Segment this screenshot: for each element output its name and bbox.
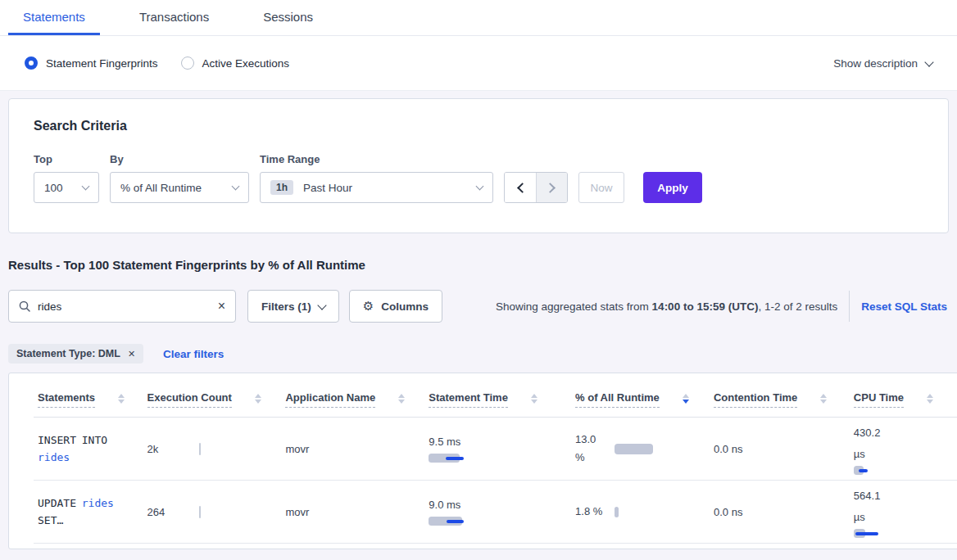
- results-toolbar: × Filters (1) ⚙ Columns Showing aggregat…: [8, 290, 949, 323]
- column-header-pct-of-all-runtime[interactable]: % of All Runtime: [575, 391, 714, 408]
- sql-activity-tabbar: Statements Transactions Sessions: [0, 0, 957, 36]
- execution-count-bar: [199, 506, 201, 518]
- time-range-select[interactable]: 1h Past Hour: [260, 172, 493, 203]
- cpu-time-bar: [854, 529, 957, 538]
- sort-desc-icon[interactable]: [683, 394, 689, 404]
- chevron-down-icon: [924, 57, 933, 66]
- chevron-right-icon: [545, 183, 556, 193]
- runtime-pct-bar: [615, 444, 653, 454]
- statement-time-bar: [429, 517, 575, 526]
- sort-icon[interactable]: [398, 394, 405, 404]
- gear-icon: ⚙: [363, 299, 374, 314]
- statement-link[interactable]: rides: [82, 497, 114, 509]
- by-select[interactable]: % of All Runtime: [110, 172, 249, 203]
- statements-table: Statements Execution Count Application N…: [8, 373, 957, 549]
- next-time-window-button[interactable]: [536, 173, 567, 202]
- statement-time-value: 9.5 ms: [429, 436, 575, 448]
- top-select[interactable]: 100: [34, 172, 99, 203]
- by-select-value: % of All Runtime: [120, 182, 202, 194]
- chevron-down-icon: [82, 183, 90, 191]
- column-header-execution-count[interactable]: Execution Count: [147, 391, 286, 408]
- radio-selected-icon: [25, 56, 38, 70]
- table-header-row: Statements Execution Count Application N…: [34, 373, 957, 418]
- show-description-label: Show description: [833, 57, 918, 70]
- search-criteria-title: Search Criteria: [34, 119, 932, 133]
- table-row[interactable]: INSERT INTO rides 2k movr 9.5 ms 13.0 %: [34, 418, 957, 481]
- search-input[interactable]: [38, 300, 211, 313]
- column-header-statements[interactable]: Statements: [34, 391, 147, 408]
- search-box[interactable]: ×: [8, 290, 236, 323]
- runtime-pct-value: 13.0 %: [575, 431, 606, 467]
- cpu-time-value: 430.2 µs: [854, 422, 895, 465]
- sort-icon[interactable]: [118, 394, 125, 404]
- results-heading: Results - Top 100 Statement Fingerprints…: [8, 258, 957, 272]
- radio-unselected-icon: [181, 56, 194, 70]
- contention-time-value: 0.0 ns: [714, 443, 742, 455]
- statement-time-value: 9.0 ms: [429, 499, 575, 511]
- radio-statement-fingerprints[interactable]: Statement Fingerprints: [25, 56, 158, 70]
- radio-statement-fingerprints-label: Statement Fingerprints: [46, 57, 158, 70]
- chevron-down-icon: [232, 183, 240, 191]
- top-select-value: 100: [44, 182, 63, 194]
- vertical-divider: [849, 291, 850, 322]
- cpu-time-bar: [854, 466, 957, 475]
- chevron-down-icon: [476, 183, 484, 191]
- column-header-statement-time[interactable]: Statement Time: [429, 391, 575, 408]
- clear-search-icon[interactable]: ×: [218, 300, 225, 313]
- time-range-badge: 1h: [270, 180, 293, 195]
- radio-active-executions-label: Active Executions: [202, 57, 290, 70]
- sort-icon[interactable]: [255, 394, 261, 404]
- column-header-contention-time[interactable]: Contention Time: [714, 391, 854, 408]
- previous-time-window-button[interactable]: [505, 173, 536, 202]
- search-icon: [19, 300, 30, 312]
- filter-chip-statement-type[interactable]: Statement Type: DML ✕: [8, 344, 143, 364]
- sort-icon[interactable]: [820, 394, 827, 404]
- application-name-value: movr: [285, 443, 309, 455]
- runtime-pct-value: 1.8 %: [575, 503, 606, 521]
- execution-count-value: 264: [147, 506, 199, 518]
- statement-fingerprint: INSERT INTO rides: [38, 431, 136, 466]
- sort-icon[interactable]: [927, 394, 933, 404]
- filter-chip-label: Statement Type: DML: [16, 348, 120, 359]
- table-row[interactable]: UPDATE rides SET… 264 movr 9.0 ms 1.8 %: [34, 481, 957, 544]
- show-description-toggle[interactable]: Show description: [833, 57, 932, 70]
- statement-time-bar: [429, 454, 575, 463]
- cpu-time-value: 564.1 µs: [854, 485, 895, 528]
- search-criteria-card: Search Criteria Top 100 By % of All Runt…: [8, 98, 949, 233]
- column-header-cpu-time[interactable]: CPU Time: [854, 391, 957, 408]
- aggregated-stats-text: Showing aggregated stats from 14:00 to 1…: [496, 300, 837, 313]
- columns-button-label: Columns: [381, 300, 429, 313]
- execution-count-value: 2k: [147, 443, 199, 455]
- radio-active-executions[interactable]: Active Executions: [181, 56, 290, 70]
- apply-button[interactable]: Apply: [643, 172, 702, 203]
- clear-filters-link[interactable]: Clear filters: [163, 348, 224, 360]
- statement-fingerprint: UPDATE rides SET…: [38, 495, 136, 529]
- remove-filter-icon[interactable]: ✕: [128, 349, 135, 359]
- contention-time-value: 0.0 ns: [714, 506, 742, 518]
- sort-icon[interactable]: [531, 394, 537, 404]
- chevron-down-icon: [317, 300, 326, 309]
- active-filters-row: Statement Type: DML ✕ Clear filters: [8, 343, 957, 364]
- chevron-left-icon: [517, 183, 528, 193]
- time-range-label: Time Range: [260, 153, 493, 165]
- tab-statements[interactable]: Statements: [8, 0, 100, 35]
- tab-sessions[interactable]: Sessions: [248, 0, 328, 35]
- time-window-pager: [504, 172, 568, 203]
- column-header-application-name[interactable]: Application Name: [285, 391, 429, 408]
- time-range-value: Past Hour: [303, 182, 352, 194]
- now-button[interactable]: Now: [578, 172, 624, 203]
- statement-link[interactable]: rides: [38, 451, 70, 463]
- reset-sql-stats-link[interactable]: Reset SQL Stats: [861, 300, 947, 313]
- execution-count-bar: [199, 443, 201, 455]
- filters-button-label: Filters (1): [261, 300, 311, 313]
- top-label: Top: [34, 153, 99, 165]
- view-toggle-strip: Statement Fingerprints Active Executions…: [0, 36, 957, 91]
- filters-button[interactable]: Filters (1): [247, 290, 339, 323]
- by-label: By: [110, 153, 249, 165]
- application-name-value: movr: [285, 506, 309, 518]
- tab-transactions[interactable]: Transactions: [125, 0, 224, 35]
- runtime-pct-bar: [615, 507, 619, 517]
- columns-button[interactable]: ⚙ Columns: [349, 290, 442, 323]
